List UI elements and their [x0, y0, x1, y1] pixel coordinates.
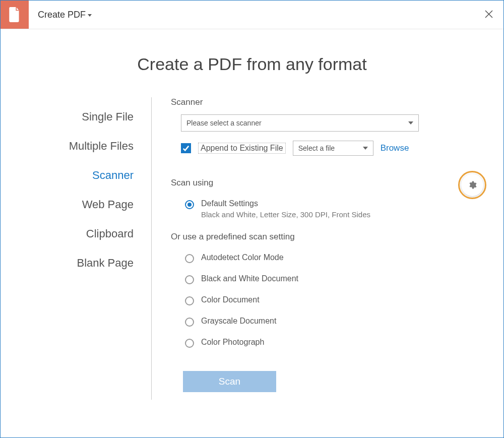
- file-select-dropdown[interactable]: Select a file: [293, 141, 373, 156]
- close-button[interactable]: [482, 8, 495, 21]
- radio-grayscale-document[interactable]: Grayscale Document: [185, 317, 483, 327]
- append-row: Append to Existing File Select a file Br…: [181, 141, 483, 156]
- titlebar: Create PDF: [1, 1, 503, 29]
- append-label: Append to Existing File: [198, 143, 286, 154]
- radio-input-default[interactable]: [185, 200, 194, 209]
- chevron-down-icon: [363, 147, 368, 150]
- radio-default-settings[interactable]: Default Settings Black and White, Letter…: [185, 199, 483, 219]
- option-label: Color Photograph: [201, 338, 264, 347]
- check-icon: [182, 145, 190, 152]
- default-settings-detail: Black and White, Letter Size, 300 DPI, F…: [201, 210, 370, 219]
- source-scanner[interactable]: Scanner: [21, 161, 152, 190]
- scan-button[interactable]: Scan: [183, 371, 276, 392]
- radio-autodetect-color[interactable]: Autodetect Color Mode: [185, 253, 483, 263]
- source-clipboard[interactable]: Clipboard: [21, 219, 152, 248]
- source-web-page[interactable]: Web Page: [21, 190, 152, 219]
- append-checkbox[interactable]: [181, 143, 191, 153]
- scan-using-section: Scan using Default Settings Black and Wh…: [171, 178, 483, 219]
- chevron-down-icon: [408, 121, 413, 124]
- option-label: Black and White Document: [201, 274, 298, 283]
- page-title: Create a PDF from any format: [1, 54, 503, 74]
- close-icon: [485, 10, 493, 18]
- radio-color-photograph[interactable]: Color Photograph: [185, 338, 483, 348]
- radio-input[interactable]: [185, 318, 194, 327]
- option-label: Color Document: [201, 295, 260, 304]
- main-scroll-area[interactable]: Create a PDF from any format Single File…: [1, 29, 503, 437]
- file-select-placeholder: Select a file: [298, 144, 335, 152]
- pdf-app-icon: [1, 1, 29, 29]
- scanner-section-label: Scanner: [171, 97, 483, 107]
- radio-input[interactable]: [185, 339, 194, 348]
- predefined-label: Or use a predefined scan setting: [171, 232, 483, 242]
- gear-icon: [468, 180, 477, 190]
- scanner-select-dropdown[interactable]: Please select a scanner: [181, 114, 419, 132]
- default-settings-label: Default Settings: [201, 199, 370, 208]
- browse-link[interactable]: Browse: [381, 143, 409, 153]
- settings-gear-button[interactable]: [461, 174, 483, 196]
- radio-input[interactable]: [185, 275, 194, 284]
- option-label: Autodetect Color Mode: [201, 253, 284, 262]
- option-label: Grayscale Document: [201, 317, 276, 326]
- source-list: Single File Multiple Files Scanner Web P…: [21, 97, 152, 392]
- source-single-file[interactable]: Single File: [21, 102, 152, 132]
- document-icon: [8, 7, 21, 22]
- scanner-select-placeholder: Please select a scanner: [186, 119, 262, 127]
- source-multiple-files[interactable]: Multiple Files: [21, 132, 152, 161]
- scanner-panel: Scanner Please select a scanner Append t…: [152, 97, 503, 392]
- scan-using-label: Scan using: [171, 178, 213, 188]
- source-blank-page[interactable]: Blank Page: [21, 248, 152, 278]
- radio-input[interactable]: [185, 254, 194, 263]
- chevron-down-icon: [88, 14, 92, 17]
- titlebar-title: Create PDF: [38, 10, 86, 20]
- radio-color-document[interactable]: Color Document: [185, 295, 483, 305]
- radio-bw-document[interactable]: Black and White Document: [185, 274, 483, 284]
- radio-input[interactable]: [185, 296, 194, 305]
- predefined-list: Autodetect Color Mode Black and White Do…: [171, 253, 483, 348]
- create-pdf-dropdown[interactable]: Create PDF: [38, 10, 92, 20]
